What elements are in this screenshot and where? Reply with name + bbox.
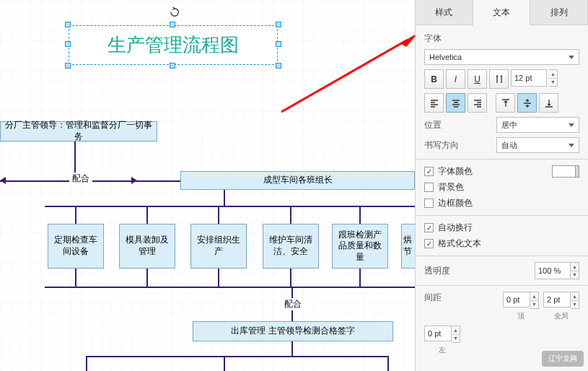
- format-checkbox[interactable]: ✓: [424, 239, 434, 248]
- direction-select[interactable]: 自动: [496, 137, 579, 153]
- resize-handle-tm[interactable]: [170, 22, 175, 27]
- spacing-top-spinner[interactable]: ▲▼: [530, 292, 539, 309]
- diagram-title: 生产管理流程图: [107, 32, 239, 58]
- connector: [86, 356, 87, 371]
- caret-down-icon: [569, 123, 574, 127]
- task-text: 定期检查车间设备: [51, 235, 100, 257]
- warehouse-box[interactable]: 出库管理 主管领导检测合格签字: [193, 321, 393, 341]
- task-text: 跟班检测产品质量和数量: [335, 230, 385, 263]
- arrow-left-icon: [0, 177, 6, 184]
- spacing-global-spinner[interactable]: ▲▼: [571, 292, 579, 309]
- bordercolor-label: 边框颜色: [438, 197, 473, 209]
- coop-label-2: 配合: [281, 298, 304, 310]
- manager-text: 分厂主管领导：管理和监督分厂一切事务: [4, 120, 154, 142]
- spacing-label: 间距: [424, 292, 464, 304]
- spacing-left-label: 左: [439, 345, 446, 355]
- connector: [290, 206, 291, 224]
- spacing-left-input[interactable]: 0 pt: [424, 326, 452, 341]
- coop-label-1: 配合: [69, 173, 92, 185]
- task-box-0[interactable]: 定期检查车间设备: [48, 224, 104, 269]
- task-box-2[interactable]: 安排组织生产: [190, 224, 247, 269]
- connector: [136, 180, 180, 182]
- connector: [146, 269, 148, 287]
- tab-arrange[interactable]: 排列: [530, 0, 588, 25]
- direction-label: 书写方向: [424, 139, 464, 152]
- format-label: 格式化文本: [438, 237, 481, 250]
- align-center-button[interactable]: [446, 93, 465, 113]
- resize-handle-bm[interactable]: [170, 63, 175, 69]
- diagram-canvas[interactable]: 生产管理流程图 分厂主管领导：管理和监督分厂一切事务 配合 成型车间各班组长 定…: [0, 0, 415, 371]
- warehouse-text: 出库管理 主管领导检测合格签字: [231, 326, 354, 337]
- format-sidebar: 样式 文本 排列 字体 Helvetica B I U 12 pt ▲▼: [415, 0, 588, 371]
- fontcolor-checkbox[interactable]: ✓: [424, 167, 434, 176]
- task-box-3[interactable]: 维护车间清洁、安全: [263, 224, 319, 269]
- underline-button[interactable]: U: [468, 69, 487, 89]
- bgcolor-checkbox[interactable]: [424, 183, 434, 192]
- opacity-label: 透明度: [424, 265, 464, 277]
- valign-bottom-button[interactable]: [539, 93, 558, 113]
- resize-handle-bl[interactable]: [65, 63, 71, 69]
- team-leader-box[interactable]: 成型车间各班组长: [180, 171, 415, 190]
- tab-text[interactable]: 文本: [473, 0, 531, 25]
- font-select[interactable]: Helvetica: [424, 49, 579, 65]
- title-selection[interactable]: 生产管理流程图: [69, 25, 278, 65]
- fontcolor-label: 字体颜色: [438, 165, 473, 178]
- caret-down-icon: [569, 56, 574, 59]
- connector: [75, 269, 76, 287]
- resize-handle-ml[interactable]: [65, 41, 71, 47]
- align-right-button[interactable]: [468, 93, 487, 113]
- vertical-text-button[interactable]: [489, 69, 509, 89]
- font-label: 字体: [424, 32, 464, 45]
- wrap-checkbox[interactable]: ✓: [424, 223, 434, 232]
- rotate-handle[interactable]: [170, 7, 180, 17]
- connector: [224, 356, 225, 371]
- connector: [218, 269, 219, 287]
- spacing-left-spinner[interactable]: ▲▼: [452, 326, 460, 343]
- caret-down-icon: [569, 144, 574, 147]
- watermark: 辽宁龙网: [542, 351, 584, 367]
- bordercolor-checkbox[interactable]: [424, 198, 434, 208]
- task-box-1[interactable]: 模具装卸及管理: [119, 224, 175, 269]
- opacity-spinner[interactable]: ▲▼: [571, 262, 579, 279]
- svg-line-0: [281, 40, 408, 112]
- connector: [146, 206, 148, 224]
- spin-down-icon[interactable]: ▼: [549, 79, 557, 87]
- connector: [45, 287, 427, 288]
- spacing-global-input[interactable]: 2 pt: [543, 292, 571, 307]
- connector: [359, 269, 361, 287]
- valign-middle-button[interactable]: [517, 93, 537, 113]
- spin-up-icon[interactable]: ▲: [549, 70, 557, 79]
- connector: [75, 206, 76, 224]
- task-text: 安排组织生产: [194, 235, 243, 257]
- sidebar-tabs: 样式 文本 排列: [416, 0, 588, 25]
- annotation-arrow: [274, 32, 418, 119]
- spacing-top-input[interactable]: 0 pt: [503, 292, 530, 307]
- connector: [359, 206, 361, 224]
- connector: [290, 269, 291, 287]
- font-size-input[interactable]: 12 pt: [511, 69, 547, 87]
- resize-handle-tr[interactable]: [276, 22, 281, 27]
- fontcolor-swatch[interactable]: [552, 165, 579, 178]
- spacing-global-label: 全局: [554, 311, 569, 321]
- connector: [387, 356, 389, 371]
- wrap-label: 自动换行: [438, 222, 473, 234]
- task-box-4[interactable]: 跟班检测产品质量和数量: [332, 224, 388, 269]
- resize-handle-tl[interactable]: [65, 22, 71, 27]
- connector: [218, 206, 219, 224]
- spacing-top-label: 顶: [517, 311, 525, 321]
- opacity-input[interactable]: 100 %: [535, 262, 571, 279]
- position-select[interactable]: 居中: [496, 117, 579, 133]
- connector: [45, 206, 427, 207]
- text-panel: 字体 Helvetica B I U 12 pt ▲▼ 位置: [416, 25, 588, 367]
- font-size-spinner[interactable]: ▲▼: [549, 69, 558, 87]
- connector: [0, 180, 136, 182]
- title-text-box[interactable]: 生产管理流程图: [69, 25, 278, 65]
- align-left-button[interactable]: [424, 93, 444, 113]
- manager-box[interactable]: 分厂主管领导：管理和监督分厂一切事务: [0, 121, 157, 141]
- connector: [86, 356, 387, 357]
- valign-top-button[interactable]: [496, 93, 515, 113]
- italic-button[interactable]: I: [446, 69, 465, 89]
- bold-button[interactable]: B: [424, 69, 444, 89]
- tab-style[interactable]: 样式: [416, 0, 473, 25]
- task-text: 维护车间清洁、安全: [266, 235, 315, 257]
